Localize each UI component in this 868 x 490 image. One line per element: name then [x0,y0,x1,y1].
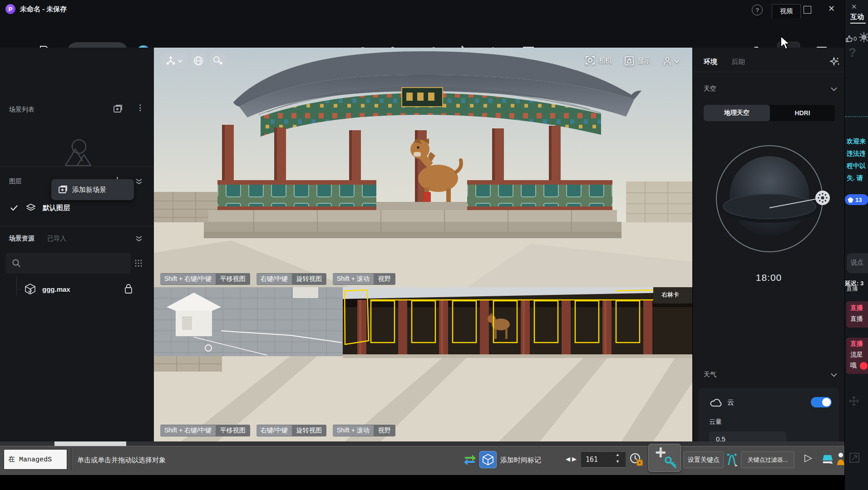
wireframe-render [154,287,692,441]
asset-row[interactable]: ggg.max [0,282,154,296]
thumbs-up-icon[interactable] [846,35,853,42]
close-icon[interactable]: ✕ [828,4,835,14]
collapse-layers-icon[interactable] [135,178,143,185]
cloud-toggle[interactable] [811,397,832,407]
person-view-button[interactable] [663,57,679,66]
key-mode-icon[interactable] [725,452,738,467]
script-listener-input[interactable]: 在 ManagedS [4,449,67,470]
grid-view-icon[interactable] [134,259,143,267]
live-card: 直播 直播 [846,301,868,328]
live-overlap-label: 直播 [846,285,858,293]
collapse-resources-icon[interactable] [135,235,143,242]
strip-close-icon[interactable]: ✕ [851,3,857,11]
globe-tool-button[interactable] [191,53,206,69]
cloud-icon [710,398,723,407]
chevron-down-icon [674,59,679,63]
camera-label: 相机 [598,56,612,65]
frame-back-icon[interactable]: ◀ [566,456,570,462]
chat-line: 欢迎来 [847,137,866,146]
display-button[interactable]: 显示 [624,56,651,66]
layers-icon [26,204,35,212]
hint-chip: 右键/中键旋转视图 [256,425,326,436]
cloud-label: 云 [727,398,734,407]
weather-section-title: 天气 [704,371,716,379]
camera-view-button[interactable]: 相机 [585,56,612,65]
status-bar: 在 ManagedS 单击或单击并拖动以选择对象 添加时间标记 ◀ ▶ 161 … [0,446,868,475]
maximize-icon[interactable] [804,6,811,14]
live-strip: ✕ 互动 0 ? 欢迎来 违法违 程中以 失. 请 13 说点 延迟: 3 直 [844,0,868,490]
divider [0,167,154,167]
help-icon[interactable]: ? [752,5,763,15]
sky-mode-segmented: 地理天空 HDRI [704,105,835,121]
chevron-down-icon[interactable] [831,87,837,91]
title-bar: P 未命名 - 未保存 ? 视频 ✕ [0,0,868,18]
main-viewport[interactable]: 相机 显示 Shift + 右键/中键平移视图 右键/中键旋转视图 [154,48,692,287]
camera-icon [585,56,595,65]
tab-post[interactable]: 后期 [731,58,745,66]
sun-time: 18:00 [693,272,845,283]
play-icon[interactable]: ▷ [804,452,812,464]
display-label: 显示 [637,57,651,65]
select-tool-button[interactable] [210,53,226,69]
sun-position-widget[interactable] [702,141,837,257]
add-scene-icon [59,186,68,194]
scene-placeholder-icon [64,137,93,167]
cube-mode-button[interactable] [479,451,497,468]
lock-icon[interactable] [124,284,133,294]
add-scene-button[interactable]: 添加新场景 [51,179,134,200]
axes-icon [166,56,176,66]
red-dot [860,362,868,370]
key-filter-button[interactable]: 关键点过滤器... [741,451,794,468]
move-tool-button[interactable] [161,53,187,69]
default-layer-row[interactable]: 默认图层 [0,201,154,215]
strip-question: ? [848,45,856,60]
cube-asset-icon [25,284,35,294]
sky-mode-geo[interactable]: 地理天空 [704,105,770,121]
hint-chip: Shift + 右键/中键平移视图 [160,425,250,436]
live-card: 直播 流星 哦 [846,338,868,374]
sky-mode-hdri[interactable]: HDRI [770,105,835,121]
cloud-amount-input[interactable]: 0.5 [709,431,786,441]
like-count: 0 [853,35,857,42]
sun-handle[interactable] [815,191,830,205]
expand-icon [849,453,859,463]
search-icon [12,259,21,268]
frame-forward-icon[interactable]: ▶ [572,456,577,462]
swap-arrows-icon[interactable] [463,453,477,466]
divider [693,72,845,72]
add-scene-icon[interactable] [113,105,123,113]
secondary-viewport[interactable]: 右林卡 Shift + 右键/中键平移视图 右键/中键旋转视图 Shift + … [154,287,692,441]
person-state-icon[interactable] [836,452,845,466]
spinner-up-icon[interactable]: ▲ [616,452,620,457]
time-config-icon[interactable] [629,452,643,466]
scene-list-menu-icon[interactable]: ⋮ [136,103,144,113]
search-input[interactable] [5,253,131,274]
add-key-button[interactable]: + [648,444,681,472]
set-key-button[interactable]: 设置关键点 [684,451,724,468]
spinner-down-icon[interactable]: ▼ [616,459,620,464]
sparkle-icon[interactable] [830,57,840,67]
window-title: 未命名 - 未保存 [20,5,67,14]
toolbar: 素材库 [0,18,868,48]
cloud-amount-label: 云量 [709,418,722,426]
scene-list-title: 场景列表 [9,106,35,114]
resources-status[interactable]: 已导入 [47,235,66,243]
hint-chip: 右键/中键旋转视图 [256,273,326,285]
video-tooltip: 视频 [772,4,801,19]
frame-spinner[interactable]: 161 ▲ ▼ [581,452,626,468]
strip-tab-interact[interactable]: 互动 [850,13,864,21]
resources-title: 场景资源 [9,235,35,243]
display-cube-icon [624,56,634,66]
dotted-divider [845,116,868,117]
scene-render [154,48,692,287]
chat-input[interactable]: 说点 [847,253,868,273]
time-tag-label[interactable]: 添加时间标记 [500,456,541,465]
sidebar: 场景列表 ⋮ 图层 + 添加新场景 [0,48,154,441]
monitor-icon[interactable] [822,453,833,465]
key-icon [664,456,678,470]
tab-environment[interactable]: 环境 [704,58,717,66]
chevron-down-icon[interactable] [831,373,837,377]
divider [0,226,154,226]
badge-pentagon-icon [848,197,853,203]
sky-section-title: 天空 [704,85,716,93]
